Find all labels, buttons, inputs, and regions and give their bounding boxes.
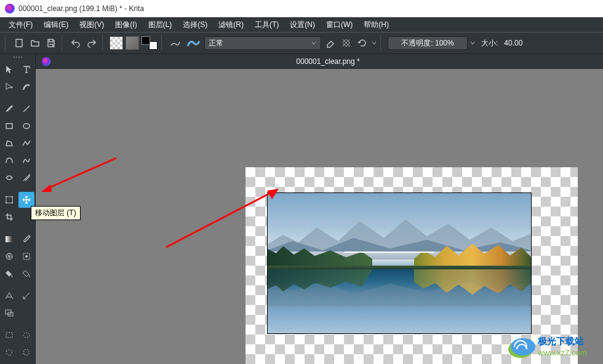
opacity-slider[interactable]: 不透明度: 100% (388, 36, 468, 50)
crop-tool[interactable] (1, 209, 17, 225)
ellipse-select-tool[interactable] (18, 327, 34, 343)
menu-file[interactable]: 文件(F) (5, 18, 36, 31)
opacity-value: 不透明度: 100% (401, 38, 453, 49)
watermark-line2: www.xz7.com (537, 348, 586, 357)
separator-icon (380, 36, 384, 50)
brush-preset-button[interactable] (185, 36, 202, 50)
gradient-swatch[interactable] (126, 36, 139, 50)
app-icon (5, 4, 15, 14)
alpha-lock-button[interactable] (340, 36, 353, 50)
svg-rect-6 (6, 124, 12, 129)
menu-select[interactable]: 选择(S) (179, 18, 211, 31)
window-title: 000001_clear.png (199.1 MiB) * - Krita (18, 4, 144, 13)
freehand-path-tool[interactable] (18, 152, 34, 168)
svg-point-4 (10, 87, 12, 89)
reference-tool[interactable] (1, 305, 17, 321)
watermark: 极光下载站 www.xz7.com (507, 333, 599, 360)
blend-mode-value: 正常 (209, 38, 223, 49)
svg-rect-0 (16, 39, 22, 47)
menu-filter[interactable]: 滤镜(R) (215, 18, 247, 31)
bezier-tool[interactable] (1, 152, 17, 168)
brush-stroke (345, 251, 434, 253)
menu-view[interactable]: 视图(V) (76, 18, 108, 31)
dock-handle-icon[interactable] (1, 57, 34, 60)
transform-tool[interactable] (1, 192, 17, 208)
pattern-edit-tool[interactable] (1, 248, 17, 264)
pointer-tool[interactable] (1, 61, 17, 77)
calligraphy-tool[interactable] (18, 79, 34, 95)
multibrush-tool[interactable] (18, 170, 34, 186)
eraser-button[interactable] (324, 36, 337, 50)
smart-patch-tool[interactable] (18, 248, 34, 264)
image-layer (267, 192, 532, 334)
line-tool[interactable] (18, 101, 34, 117)
watermark-line1: 极光下载站 (537, 336, 584, 346)
document-tab-bar: 000001_clear.png * (36, 54, 603, 69)
new-button[interactable] (12, 36, 26, 50)
chevron-down-icon[interactable] (372, 40, 377, 46)
polygon-tool[interactable] (1, 135, 17, 151)
empty-slot2 (18, 305, 34, 321)
reload-preset-button[interactable] (356, 36, 369, 50)
separator-icon (161, 36, 165, 50)
canvas-viewport[interactable] (36, 69, 603, 364)
svg-rect-13 (6, 236, 13, 242)
size-label: 大小: (481, 38, 498, 49)
svg-rect-1 (343, 39, 350, 47)
brush-settings-button[interactable] (169, 36, 182, 50)
freehand-select-tool[interactable] (1, 344, 17, 360)
gradient-tool[interactable] (1, 231, 17, 247)
menu-window[interactable]: 窗口(W) (322, 18, 356, 31)
svg-line-5 (23, 106, 30, 112)
svg-point-7 (23, 124, 30, 129)
document-tab-title[interactable]: 000001_clear.png * (53, 57, 603, 66)
svg-rect-8 (6, 197, 12, 203)
menu-layer[interactable]: 图层(L) (145, 18, 176, 31)
document-tab-icon[interactable] (39, 55, 53, 68)
color-picker-tool[interactable] (18, 231, 34, 247)
svg-point-16 (25, 255, 28, 258)
menu-help[interactable]: 帮助(H) (360, 18, 393, 31)
svg-rect-12 (12, 202, 13, 204)
polygonal-select-tool[interactable] (18, 344, 34, 360)
svg-rect-10 (12, 196, 13, 197)
menu-settings[interactable]: 设置(N) (286, 18, 319, 31)
menu-tool[interactable]: 工具(T) (251, 18, 282, 31)
dynamic-brush-tool[interactable] (1, 170, 17, 186)
contiguous-select-tool[interactable] (1, 362, 17, 364)
titlebar: 000001_clear.png (199.1 MiB) * - Krita (0, 0, 603, 17)
menu-edit[interactable]: 编辑(E) (40, 18, 72, 31)
save-button[interactable] (44, 36, 58, 50)
svg-rect-11 (6, 202, 7, 204)
polyline-tool[interactable] (18, 135, 34, 151)
top-toolbar: 正常 不透明度: 100% 大小: 40.00 (0, 32, 603, 54)
measure-tool[interactable] (18, 288, 34, 304)
similar-select-tool[interactable] (18, 362, 34, 364)
chevron-down-icon[interactable] (470, 40, 475, 46)
size-value: 40.00 (500, 39, 525, 47)
ellipse-tool[interactable] (18, 118, 34, 134)
rect-select-tool[interactable] (1, 327, 17, 343)
svg-rect-9 (6, 196, 7, 197)
edit-shapes-tool[interactable] (1, 79, 17, 95)
enclose-fill-tool[interactable] (18, 266, 34, 282)
menubar: 文件(F) 编辑(E) 视图(V) 图像(I) 图层(L) 选择(S) 滤镜(R… (0, 17, 603, 32)
svg-point-20 (23, 333, 30, 338)
brush-tool[interactable] (1, 101, 17, 117)
separator-icon (62, 36, 65, 50)
undo-button[interactable] (69, 36, 82, 50)
text-tool[interactable] (18, 61, 34, 77)
open-button[interactable] (28, 36, 42, 50)
redo-button[interactable] (85, 36, 98, 50)
pattern-swatch[interactable] (110, 36, 123, 50)
fill-tool[interactable] (1, 266, 17, 282)
blend-mode-select[interactable]: 正常 (204, 36, 321, 50)
svg-rect-19 (6, 333, 12, 338)
menu-image[interactable]: 图像(I) (111, 18, 140, 31)
fg-bg-color[interactable] (142, 36, 158, 50)
assistants-tool[interactable] (1, 288, 17, 304)
rectangle-tool[interactable] (1, 118, 17, 134)
separator-icon (102, 36, 106, 50)
chevron-down-icon (311, 40, 317, 46)
move-tool-tooltip: 移动图层 (T) (31, 206, 81, 220)
